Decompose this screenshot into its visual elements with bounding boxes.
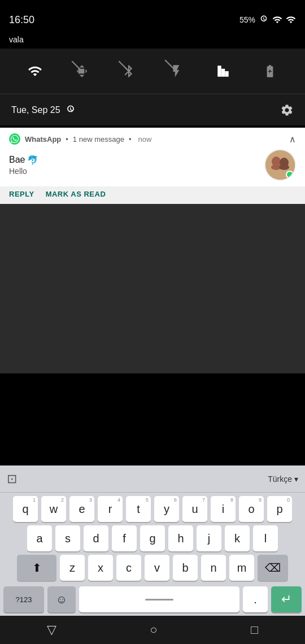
key-x[interactable]: x xyxy=(88,555,113,581)
wifi-toggle[interactable] xyxy=(23,59,47,84)
key-t[interactable]: 5t xyxy=(126,496,151,522)
svg-point-11 xyxy=(279,164,289,170)
online-badge xyxy=(286,171,294,179)
carrier-bar: vala xyxy=(0,34,305,49)
key-w[interactable]: 2w xyxy=(41,496,66,522)
key-u[interactable]: 7u xyxy=(182,496,207,522)
keyboard-row-3: ⬆ z x c v b n m ⌫ xyxy=(1,555,304,581)
key-s[interactable]: s xyxy=(55,525,80,551)
svg-line-2 xyxy=(165,60,177,72)
spacebar[interactable] xyxy=(79,586,239,612)
notif-count: 1 new message xyxy=(73,135,124,143)
battery-percent: 55% xyxy=(239,15,255,24)
mark-read-button[interactable]: MARK AS READ xyxy=(46,190,106,198)
status-bar: 16:50 55% xyxy=(0,0,305,34)
notification-card[interactable]: WhatsApp • 1 new message • now ∧ Bae 🐬 H… xyxy=(0,128,305,204)
key-o[interactable]: 9o xyxy=(239,496,264,522)
key-i[interactable]: 8i xyxy=(211,496,236,522)
key-j[interactable]: j xyxy=(197,525,221,551)
key-r[interactable]: 4r xyxy=(98,496,123,522)
notification-body: Bae 🐬 Hello xyxy=(0,147,305,186)
flashlight-toggle[interactable] xyxy=(164,59,189,84)
reply-button[interactable]: REPLY xyxy=(9,190,34,198)
keyboard-toolbar-left: ⊡ xyxy=(7,472,17,486)
notification-header: WhatsApp • 1 new message • now ∧ xyxy=(0,128,305,147)
language-label: Türkçe xyxy=(268,475,292,484)
notification-actions: REPLY MARK AS READ xyxy=(0,186,305,204)
notif-separator1: • xyxy=(66,135,68,143)
key-a[interactable]: a xyxy=(27,525,52,551)
vibrate-toggle[interactable] xyxy=(69,59,94,84)
settings-icon[interactable] xyxy=(280,103,294,117)
key-y[interactable]: 6y xyxy=(154,496,179,522)
svg-rect-4 xyxy=(221,69,225,77)
keyboard-row-1: 1q 2w 3e 4r 5t 6y 7u 8i 9o 0p xyxy=(1,496,304,522)
notif-text: Bae 🐬 Hello xyxy=(9,155,264,176)
expand-icon[interactable]: ∧ xyxy=(289,134,296,145)
key-c[interactable]: c xyxy=(116,555,141,581)
symbol-key[interactable]: ?123 xyxy=(3,586,44,612)
notif-time: now xyxy=(138,135,151,143)
keyboard-bottom-row: ?123 ☺ . ↵ xyxy=(0,586,305,616)
bluetooth-toggle[interactable] xyxy=(116,59,141,84)
key-n[interactable]: n xyxy=(201,555,226,581)
key-g[interactable]: g xyxy=(140,525,165,551)
key-m[interactable]: m xyxy=(229,555,254,581)
svg-line-0 xyxy=(72,61,81,71)
shift-key[interactable]: ⬆ xyxy=(17,555,56,581)
notif-message: Hello xyxy=(9,167,264,176)
period-key[interactable]: . xyxy=(243,586,268,612)
keyboard-row-2: a s d f g h j k l xyxy=(1,525,304,551)
key-d[interactable]: d xyxy=(84,525,108,551)
image-picker-icon[interactable]: ⊡ xyxy=(7,472,17,486)
status-time: 16:50 xyxy=(9,14,34,26)
back-button[interactable]: ▽ xyxy=(47,623,56,637)
key-e[interactable]: 3e xyxy=(69,496,94,522)
key-l[interactable]: l xyxy=(253,525,278,551)
whatsapp-logo-icon xyxy=(9,133,20,145)
enter-key[interactable]: ↵ xyxy=(271,586,302,612)
key-k[interactable]: k xyxy=(225,525,250,551)
svg-rect-5 xyxy=(225,71,229,77)
key-v[interactable]: v xyxy=(145,555,169,581)
carrier-name: vala xyxy=(9,35,24,44)
avatar xyxy=(264,149,296,181)
keyboard-toolbar: ⊡ Türkçe ▾ xyxy=(0,465,305,493)
recents-button[interactable]: □ xyxy=(251,623,258,637)
language-chevron: ▾ xyxy=(294,475,298,484)
wifi-icon xyxy=(272,15,282,25)
svg-rect-3 xyxy=(217,66,221,77)
notif-app-name: WhatsApp xyxy=(25,135,61,143)
nav-bar: ▽ ○ □ xyxy=(0,616,305,644)
key-q[interactable]: 1q xyxy=(13,496,38,522)
notif-sender-emoji: 🐬 xyxy=(27,155,38,166)
keyboard: ⊡ Türkçe ▾ 1q 2w 3e 4r 5t 6y 7u 8i 9o 0p… xyxy=(0,465,305,616)
key-z[interactable]: z xyxy=(60,555,85,581)
status-right: 55% xyxy=(239,15,296,25)
emoji-key[interactable]: ☺ xyxy=(47,586,76,612)
date-row: Tue, Sep 25 xyxy=(0,94,305,125)
notif-sender: Bae xyxy=(9,155,25,165)
date-text: Tue, Sep 25 xyxy=(11,105,60,115)
alarm-icon xyxy=(259,15,269,25)
battery-saver-toggle[interactable] xyxy=(258,59,282,84)
keyboard-rows: 1q 2w 3e 4r 5t 6y 7u 8i 9o 0p a s d f g … xyxy=(0,493,305,586)
backspace-key[interactable]: ⌫ xyxy=(258,555,288,581)
dim-area xyxy=(0,204,305,373)
date-left: Tue, Sep 25 xyxy=(11,105,76,116)
key-h[interactable]: h xyxy=(168,525,193,551)
mobile-data-toggle[interactable] xyxy=(211,59,236,84)
alarm-date-icon xyxy=(65,105,76,116)
key-b[interactable]: b xyxy=(173,555,198,581)
language-selector[interactable]: Türkçe ▾ xyxy=(268,475,298,484)
signal-icon xyxy=(286,15,296,25)
svg-line-1 xyxy=(119,61,130,72)
key-f[interactable]: f xyxy=(112,525,137,551)
key-p[interactable]: 0p xyxy=(267,496,292,522)
home-button[interactable]: ○ xyxy=(150,623,157,637)
notif-separator2: • xyxy=(129,135,132,143)
quick-settings xyxy=(0,49,305,94)
